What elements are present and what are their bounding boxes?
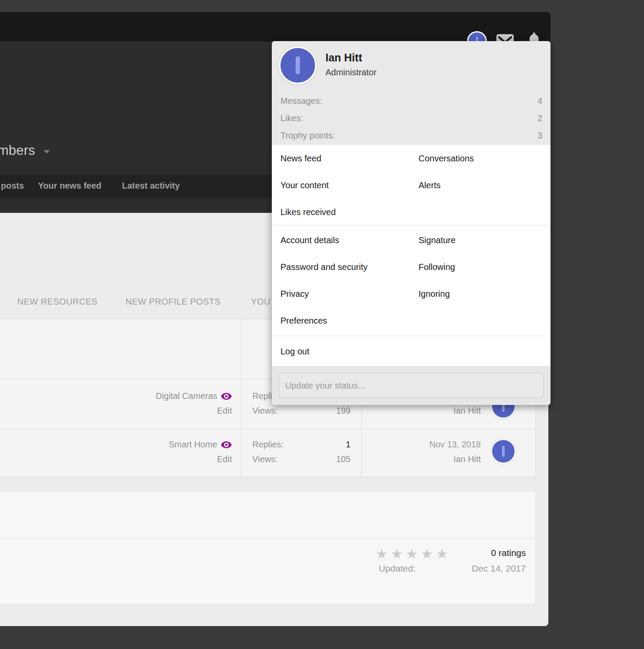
menu-item-ignoring[interactable]: Ignoring	[419, 280, 542, 307]
section-tab-new-profile-posts[interactable]: NEW PROFILE POSTS	[126, 297, 221, 307]
menu-item-your-content[interactable]: Your content	[280, 172, 419, 199]
menu-section-activity: News feed Your content Likes received Co…	[272, 145, 551, 225]
updated-date: Dec 14, 2017	[472, 563, 526, 574]
divider	[0, 538, 535, 539]
stat-messages: Messages: 4	[280, 92, 542, 109]
replies-value: 1	[346, 440, 351, 450]
stat-value: 3	[538, 131, 542, 141]
stat-value: 4	[538, 96, 542, 106]
views-value: 199	[336, 406, 351, 416]
author-link[interactable]: Ian Hitt	[454, 454, 481, 464]
author-avatar[interactable]	[491, 439, 516, 464]
tab-latest-activity[interactable]: Latest activity	[122, 181, 180, 191]
views-label: Views:	[252, 454, 278, 464]
table-row: Smart Home Edit Replies: 1 Views: 105 No…	[0, 429, 535, 478]
menu-section-logout: Log out	[272, 336, 551, 366]
views-label: Views:	[252, 406, 278, 416]
watched-eye-icon[interactable]	[221, 441, 232, 450]
stat-label: Trophy points:	[280, 131, 335, 141]
avatar-initial	[296, 56, 300, 74]
menu-item-log-out[interactable]: Log out	[280, 346, 309, 357]
menu-item-following[interactable]: Following	[419, 254, 542, 280]
stat-likes: Likes: 2	[280, 109, 542, 127]
menu-item-account-details[interactable]: Account details	[280, 227, 419, 254]
updated-label: Updated:	[379, 563, 415, 574]
page-title: mbers	[0, 143, 35, 158]
star-icon-row: ★★★★★	[376, 546, 451, 562]
chevron-down-icon[interactable]	[44, 150, 50, 154]
resource-category-link[interactable]: Digital Cameras	[156, 391, 217, 401]
views-value: 105	[336, 454, 351, 464]
menu-item-alerts[interactable]: Alerts	[419, 172, 542, 199]
account-dropdown-header: Ian Hitt Administrator Messages: 4 Likes…	[272, 41, 551, 145]
edit-link[interactable]: Edit	[217, 406, 232, 416]
watched-eye-icon[interactable]	[221, 392, 232, 402]
menu-section-account: Account details Password and security Pr…	[272, 225, 551, 336]
account-dropdown-menu: Ian Hitt Administrator Messages: 4 Likes…	[272, 41, 551, 405]
section-tab-your-content[interactable]: YOU	[251, 297, 270, 307]
top-navigation-bar	[0, 12, 551, 42]
resource-category-link[interactable]: Smart Home	[169, 440, 217, 449]
status-update-footer	[272, 366, 551, 405]
account-menu: News feed Your content Likes received Co…	[272, 145, 551, 366]
user-name[interactable]: Ian Hitt	[325, 51, 362, 64]
menu-item-privacy[interactable]: Privacy	[280, 280, 419, 307]
menu-item-likes-received[interactable]: Likes received	[280, 199, 419, 225]
section-tab-new-resources[interactable]: NEW RESOURCES	[17, 297, 97, 307]
tab-profile-posts[interactable]: posts	[1, 181, 24, 191]
menu-item-conversations[interactable]: Conversations	[419, 145, 542, 172]
resource-card: ★★★★★ 0 ratings Updated: Dec 14, 2017	[0, 491, 536, 604]
replies-label: Replies:	[252, 440, 283, 450]
user-stats: Messages: 4 Likes: 2 Trophy points: 3	[280, 92, 542, 144]
author-link[interactable]: Ian Hitt	[454, 406, 481, 416]
stat-label: Likes:	[280, 113, 303, 123]
menu-item-password-security[interactable]: Password and security	[280, 254, 419, 280]
stat-value: 2	[538, 113, 542, 123]
edit-link[interactable]: Edit	[217, 454, 232, 464]
menu-item-signature[interactable]: Signature	[419, 227, 542, 254]
date-label: Nov 13, 2018	[429, 440, 481, 450]
avatar-initial	[502, 446, 505, 457]
tab-your-news-feed[interactable]: Your news feed	[38, 181, 101, 191]
ratings-count: 0 ratings	[491, 548, 526, 558]
stat-trophy-points: Trophy points: 3	[280, 127, 542, 144]
user-avatar[interactable]	[279, 46, 317, 84]
user-role: Administrator	[325, 67, 377, 77]
stat-label: Messages:	[280, 96, 322, 106]
menu-item-preferences[interactable]: Preferences	[280, 307, 419, 334]
menu-item-news-feed[interactable]: News feed	[280, 145, 419, 172]
status-update-input[interactable]	[279, 373, 544, 398]
